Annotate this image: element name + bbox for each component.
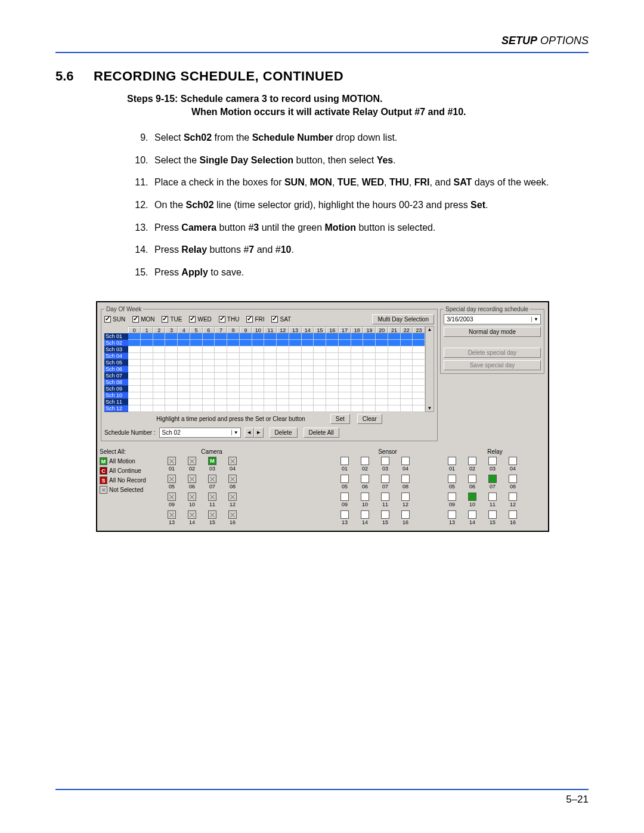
grid-cell[interactable]: [388, 405, 401, 412]
relay-button-06[interactable]: 06: [465, 475, 480, 490]
grid-cell[interactable]: [240, 333, 252, 340]
grid-cell[interactable]: [302, 386, 314, 392]
grid-cell[interactable]: [363, 399, 376, 405]
grid-cell[interactable]: [277, 392, 289, 399]
schedule-row-label[interactable]: Sch 04: [104, 353, 128, 360]
grid-cell[interactable]: [190, 366, 203, 373]
sensor-button-13[interactable]: 13: [337, 510, 352, 526]
camera-button-03[interactable]: 03: [205, 457, 220, 472]
grid-cell[interactable]: [128, 405, 141, 412]
grid-cell[interactable]: [264, 392, 277, 399]
grid-cell[interactable]: [363, 360, 376, 366]
grid-cell[interactable]: [178, 379, 190, 386]
sensor-button-01[interactable]: 01: [337, 457, 352, 472]
grid-cell[interactable]: [289, 379, 302, 386]
schedule-number-dropdown[interactable]: Sch 02 ▼: [159, 428, 241, 438]
sensor-button-16[interactable]: 16: [398, 510, 413, 526]
grid-cell[interactable]: [203, 340, 215, 346]
grid-cell[interactable]: [339, 333, 351, 340]
grid-cell[interactable]: [153, 373, 166, 379]
grid-cell[interactable]: [240, 346, 252, 353]
grid-cell[interactable]: [388, 392, 401, 399]
sensor-button-12[interactable]: 12: [398, 493, 413, 508]
grid-cell[interactable]: [252, 346, 265, 353]
grid-cell[interactable]: [128, 346, 141, 353]
grid-cell[interactable]: [240, 340, 252, 346]
grid-cell[interactable]: [339, 340, 351, 346]
grid-cell[interactable]: [401, 405, 413, 412]
grid-cell[interactable]: [190, 399, 203, 405]
sensor-button-04[interactable]: 04: [398, 457, 413, 472]
not-selected-button[interactable]: ✕ Not Selected: [100, 486, 158, 494]
grid-cell[interactable]: [264, 353, 277, 360]
relay-button-11[interactable]: 11: [485, 493, 500, 508]
grid-cell[interactable]: [277, 366, 289, 373]
grid-cell[interactable]: [165, 386, 178, 392]
grid-cell[interactable]: [302, 340, 314, 346]
grid-cell[interactable]: [314, 333, 326, 340]
grid-cell[interactable]: [363, 386, 376, 392]
grid-cell[interactable]: [376, 379, 388, 386]
relay-button-15[interactable]: 15: [485, 510, 500, 526]
grid-cell[interactable]: [289, 373, 302, 379]
grid-cell[interactable]: [388, 373, 401, 379]
grid-cell[interactable]: [252, 360, 265, 366]
grid-cell[interactable]: [413, 405, 425, 412]
relay-button-04[interactable]: 04: [505, 457, 521, 472]
grid-cell[interactable]: [401, 360, 413, 366]
grid-cell[interactable]: [314, 373, 326, 379]
grid-cell[interactable]: [178, 340, 190, 346]
grid-cell[interactable]: [178, 366, 190, 373]
chevron-down-icon[interactable]: ▼: [531, 317, 540, 322]
grid-cell[interactable]: [227, 360, 240, 366]
camera-button-05[interactable]: 05: [164, 475, 179, 490]
grid-cell[interactable]: [153, 346, 166, 353]
grid-cell[interactable]: [376, 340, 388, 346]
relay-button-13[interactable]: 13: [444, 510, 460, 526]
grid-cell[interactable]: [314, 405, 326, 412]
grid-cell[interactable]: [326, 366, 339, 373]
grid-cell[interactable]: [277, 346, 289, 353]
camera-button-02[interactable]: 02: [184, 457, 200, 472]
grid-scrollbar[interactable]: ▲ ▼: [425, 326, 434, 412]
grid-cell[interactable]: [215, 399, 227, 405]
grid-cell[interactable]: [413, 379, 425, 386]
grid-cell[interactable]: [264, 386, 277, 392]
grid-cell[interactable]: [351, 366, 364, 373]
grid-cell[interactable]: [165, 353, 178, 360]
grid-cell[interactable]: [326, 379, 339, 386]
grid-cell[interactable]: [277, 373, 289, 379]
grid-cell[interactable]: [203, 386, 215, 392]
camera-button-06[interactable]: 06: [184, 475, 200, 490]
grid-cell[interactable]: [190, 340, 203, 346]
camera-button-16[interactable]: 16: [225, 510, 240, 526]
grid-cell[interactable]: [141, 379, 153, 386]
grid-cell[interactable]: [215, 333, 227, 340]
schedule-row-label[interactable]: Sch 12: [104, 405, 128, 412]
grid-cell[interactable]: [289, 346, 302, 353]
grid-cell[interactable]: [363, 379, 376, 386]
schedule-row-label[interactable]: Sch 08: [104, 379, 128, 386]
grid-cell[interactable]: [141, 346, 153, 353]
grid-cell[interactable]: [128, 392, 141, 399]
grid-cell[interactable]: [190, 333, 203, 340]
grid-cell[interactable]: [401, 366, 413, 373]
grid-cell[interactable]: [326, 340, 339, 346]
grid-cell[interactable]: [240, 405, 252, 412]
grid-cell[interactable]: [165, 333, 178, 340]
grid-cell[interactable]: [203, 346, 215, 353]
grid-cell[interactable]: [227, 373, 240, 379]
grid-cell[interactable]: [203, 392, 215, 399]
grid-cell[interactable]: [215, 386, 227, 392]
grid-cell[interactable]: [165, 340, 178, 346]
delete-button[interactable]: Delete: [270, 428, 298, 438]
grid-cell[interactable]: [215, 405, 227, 412]
schedule-row-label[interactable]: Sch 11: [104, 399, 128, 405]
schedule-row-label[interactable]: Sch 09: [104, 386, 128, 392]
grid-cell[interactable]: [289, 366, 302, 373]
grid-cell[interactable]: [326, 392, 339, 399]
grid-cell[interactable]: [388, 340, 401, 346]
schedule-row-label[interactable]: Sch 02: [104, 340, 128, 346]
grid-cell[interactable]: [227, 399, 240, 405]
grid-cell[interactable]: [153, 333, 166, 340]
